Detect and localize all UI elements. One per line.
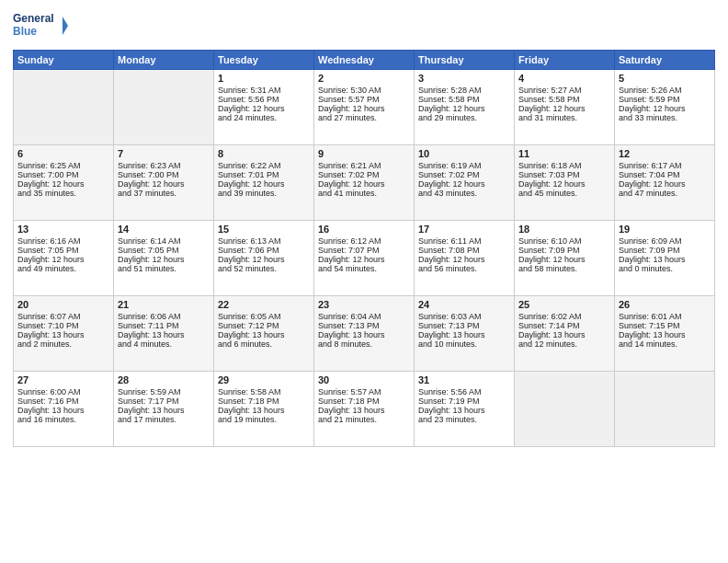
day-info: Sunset: 7:16 PM [17,396,109,406]
day-number: 30 [318,374,410,385]
day-number: 18 [518,224,610,235]
day-info: Sunset: 7:09 PM [619,246,711,255]
day-cell [14,70,114,145]
day-cell: 1Sunrise: 5:31 AMSunset: 5:56 PMDaylight… [214,70,314,145]
day-info: Sunset: 5:59 PM [619,95,711,104]
day-number: 6 [17,148,109,159]
day-cell: 3Sunrise: 5:28 AMSunset: 5:58 PMDaylight… [415,70,515,145]
day-info: Daylight: 12 hours [318,179,410,189]
day-info: Sunset: 7:00 PM [17,170,109,179]
day-info: Daylight: 13 hours [318,406,410,415]
day-cell [114,70,214,145]
day-info: and 2 minutes. [17,339,109,349]
day-number: 9 [318,148,410,159]
day-number: 7 [118,148,210,159]
day-cell: 19Sunrise: 6:09 AMSunset: 7:09 PMDayligh… [615,221,715,296]
day-info: Sunset: 7:10 PM [17,321,109,330]
day-number: 5 [619,73,711,84]
day-info: Sunset: 5:58 PM [518,95,610,104]
day-cell: 9Sunrise: 6:21 AMSunset: 7:02 PMDaylight… [314,145,415,221]
day-info: and 43 minutes. [418,189,510,198]
day-info: Sunrise: 6:23 AM [118,161,210,170]
day-info: Sunset: 7:02 PM [318,170,410,179]
day-info: and 54 minutes. [318,264,410,273]
day-info: Daylight: 12 hours [17,179,109,189]
day-number: 31 [418,374,510,385]
day-cell: 17Sunrise: 6:11 AMSunset: 7:08 PMDayligh… [415,221,515,296]
day-info: Sunset: 7:05 PM [118,246,210,255]
day-number: 11 [518,148,610,159]
day-info: Sunset: 7:08 PM [418,246,510,255]
day-info: Daylight: 12 hours [218,104,310,113]
day-number: 16 [318,224,410,235]
day-info: Daylight: 12 hours [318,255,410,264]
day-info: Sunrise: 6:03 AM [418,312,510,321]
day-info: Sunrise: 6:10 AM [518,236,610,246]
day-info: Sunrise: 6:06 AM [118,312,210,321]
day-cell: 21Sunrise: 6:06 AMSunset: 7:11 PMDayligh… [114,296,214,372]
day-cell: 4Sunrise: 5:27 AMSunset: 5:58 PMDaylight… [515,70,615,145]
day-info: and 47 minutes. [619,189,711,198]
day-info: Daylight: 12 hours [318,104,410,113]
day-cell: 20Sunrise: 6:07 AMSunset: 7:10 PMDayligh… [14,296,114,372]
day-number: 25 [518,299,610,310]
day-number: 1 [218,73,310,84]
day-info: Sunrise: 6:02 AM [518,312,610,321]
day-info: Daylight: 13 hours [619,330,711,339]
header-day: Wednesday [314,51,415,70]
day-info: and 39 minutes. [218,189,310,198]
day-info: and 17 minutes. [118,415,210,424]
day-cell: 31Sunrise: 5:56 AMSunset: 7:19 PMDayligh… [415,372,515,447]
day-info: Daylight: 12 hours [619,104,711,113]
week-row: 13Sunrise: 6:16 AMSunset: 7:05 PMDayligh… [14,221,715,296]
day-info: Sunrise: 6:14 AM [118,236,210,246]
header-day: Monday [114,51,214,70]
day-number: 3 [418,73,510,84]
day-number: 14 [118,224,210,235]
day-info: Sunset: 5:56 PM [218,95,310,104]
day-info: Sunset: 7:05 PM [17,246,109,255]
day-info: Sunrise: 6:16 AM [17,236,109,246]
day-info: Sunrise: 6:21 AM [318,161,410,170]
day-info: and 35 minutes. [17,189,109,198]
svg-text:General: General [13,12,54,25]
day-info: Sunrise: 6:05 AM [218,312,310,321]
day-info: Sunrise: 5:59 AM [118,387,210,396]
day-info: and 4 minutes. [118,339,210,349]
day-cell: 2Sunrise: 5:30 AMSunset: 5:57 PMDaylight… [314,70,415,145]
day-info: and 8 minutes. [318,339,410,349]
header-day: Sunday [14,51,114,70]
day-info: and 0 minutes. [619,264,711,273]
day-info: and 49 minutes. [17,264,109,273]
day-info: Daylight: 12 hours [619,179,711,189]
logo: General Blue [13,9,68,44]
calendar-table: SundayMondayTuesdayWednesdayThursdayFrid… [13,50,715,447]
day-info: Daylight: 12 hours [218,255,310,264]
day-info: Sunset: 7:11 PM [118,321,210,330]
day-info: Sunset: 7:01 PM [218,170,310,179]
day-cell: 24Sunrise: 6:03 AMSunset: 7:13 PMDayligh… [415,296,515,372]
day-info: Sunrise: 5:56 AM [418,387,510,396]
day-info: Sunset: 7:02 PM [418,170,510,179]
day-info: Sunrise: 6:11 AM [418,236,510,246]
day-info: and 56 minutes. [418,264,510,273]
day-number: 23 [318,299,410,310]
day-info: Daylight: 12 hours [218,179,310,189]
day-number: 24 [418,299,510,310]
day-info: Sunrise: 6:13 AM [218,236,310,246]
day-number: 4 [518,73,610,84]
day-info: Sunset: 7:04 PM [619,170,711,179]
day-info: Sunrise: 6:09 AM [619,236,711,246]
header-row: SundayMondayTuesdayWednesdayThursdayFrid… [14,51,715,70]
day-info: Daylight: 12 hours [118,255,210,264]
day-info: Sunrise: 6:12 AM [318,236,410,246]
day-cell [515,372,615,447]
day-info: and 41 minutes. [318,189,410,198]
day-info: and 58 minutes. [518,264,610,273]
day-info: Daylight: 13 hours [418,330,510,339]
day-number: 22 [218,299,310,310]
day-info: Sunrise: 5:31 AM [218,86,310,95]
day-number: 12 [619,148,711,159]
day-info: Daylight: 12 hours [518,255,610,264]
day-info: Sunset: 7:18 PM [318,396,410,406]
